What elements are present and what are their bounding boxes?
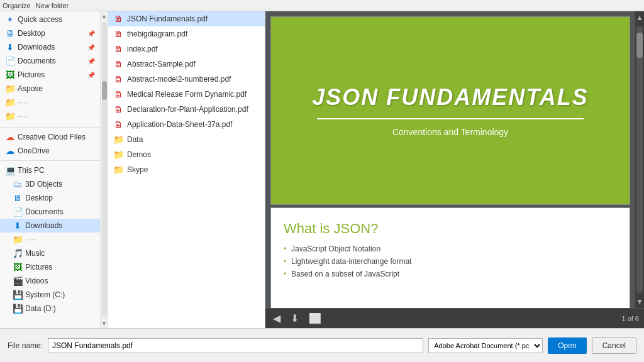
bottom-bar: File name: Adobe Acrobat Document (*.pc …	[0, 328, 644, 362]
downloads-icon: ⬇	[5, 42, 15, 52]
filename-input[interactable]	[48, 338, 423, 353]
file-item[interactable]: 🗎 Abstract-model2-numbered.pdf	[108, 72, 265, 87]
preview-content: JSON FUNDAMENTALS Conventions and Termin…	[265, 11, 644, 308]
file-item[interactable]: 🗎 Abstract-Sample.pdf	[108, 57, 265, 72]
folder-icon: 📁	[5, 111, 15, 121]
onedrive-icon: ☁	[5, 146, 15, 156]
folder-name: Skype	[127, 165, 148, 174]
sidebar-item-documents-quick[interactable]: 📄 Documents 📌	[0, 54, 100, 68]
scroll-thumb	[102, 81, 107, 100]
slide-2-background: What is JSON? JavaScript Object Notation…	[271, 208, 630, 308]
sidebar-item-data-drive[interactable]: 💾 Data (D:)	[0, 302, 100, 315]
slide-container: JSON FUNDAMENTALS Conventions and Termin…	[265, 11, 635, 308]
scroll-track	[636, 26, 643, 293]
sidebar-item-desktop-pc[interactable]: 🖥 Desktop	[0, 191, 100, 205]
separator2	[0, 160, 100, 161]
sidebar-item-downloads-quick[interactable]: ⬇ Downloads 📌	[0, 40, 100, 54]
file-name: Declaration-for-Plant-Application.pdf	[127, 105, 248, 114]
list-item: JavaScript Object Notation	[284, 244, 617, 253]
sidebar: ✦ Quick access 🖥 Desktop 📌 ⬇ Downloads 📌…	[0, 11, 101, 328]
sidebar-scrollbar[interactable]: ▲ ▼	[101, 11, 108, 328]
sidebar-item-pictures-quick[interactable]: 🖼 Pictures 📌	[0, 68, 100, 82]
new-folder-button[interactable]: New folder	[36, 2, 69, 9]
pin-icon: 📌	[87, 58, 95, 65]
file-item[interactable]: 🗎 thebigdiagram.pdf	[108, 26, 265, 41]
sidebar-item-aspose-quick[interactable]: 📁 Aspose	[0, 82, 100, 96]
main-area: ✦ Quick access 🖥 Desktop 📌 ⬇ Downloads 📌…	[0, 11, 644, 328]
pdf-icon: 🗎	[113, 44, 123, 54]
scroll-track	[102, 22, 107, 317]
filename-label: File name:	[8, 341, 43, 350]
preview-toolbar: ◀ ⬇ ⬜ 1 of 6	[265, 308, 644, 328]
downloads-folder-icon: ⬇	[13, 221, 23, 231]
sidebar-item-quick-access[interactable]: ✦ Quick access	[0, 13, 100, 26]
filetype-select[interactable]: Adobe Acrobat Document (*.pc	[428, 338, 543, 353]
sidebar-item-pictures-pc[interactable]: 🖼 Pictures	[0, 260, 100, 274]
open-button[interactable]: Open	[548, 337, 586, 354]
file-item[interactable]: 🗎 Declaration-for-Plant-Application.pdf	[108, 102, 265, 117]
separator	[0, 127, 100, 128]
sidebar-item-this-pc[interactable]: 💻 This PC	[0, 163, 100, 177]
folder-item[interactable]: 📁 Data	[108, 132, 265, 147]
sidebar-item-documents-pc[interactable]: 📄 Documents	[0, 205, 100, 219]
file-item[interactable]: 🗎 JSON Fundamenals.pdf	[108, 11, 265, 26]
sidebar-item-music[interactable]: 🎵 Music	[0, 246, 100, 260]
pin-icon: 📌	[87, 44, 95, 51]
file-name: Abstract-model2-numbered.pdf	[127, 75, 231, 84]
scroll-up-arrow[interactable]: ▲	[634, 11, 644, 24]
file-item[interactable]: 🗎 Application-Data-Sheet-37a.pdf	[108, 117, 265, 132]
sidebar-item-misc2[interactable]: 📁 ·····	[0, 109, 100, 123]
sidebar-item-desktop-quick[interactable]: 🖥 Desktop 📌	[0, 26, 100, 40]
sidebar-item-videos[interactable]: 🎬 Videos	[0, 274, 100, 288]
sidebar-item-misc-pc[interactable]: 📁 ·····	[0, 233, 100, 246]
slide-2: What is JSON? JavaScript Object Notation…	[270, 207, 630, 308]
file-name: Application-Data-Sheet-37a.pdf	[127, 120, 232, 129]
list-item: Lightweight data-interchange format	[284, 257, 617, 266]
pdf-icon: 🗎	[113, 59, 123, 69]
star-icon: ✦	[5, 14, 15, 25]
cancel-button[interactable]: Cancel	[592, 337, 636, 354]
pdf-icon: 🗎	[113, 89, 123, 99]
sidebar-item-downloads-pc[interactable]: ⬇ Downloads	[0, 219, 100, 233]
folder-item[interactable]: 📁 Demos	[108, 147, 265, 162]
desktop-folder-icon: 🖥	[13, 193, 23, 203]
sidebar-item-system-drive[interactable]: 💾 System (C:)	[0, 288, 100, 302]
computer-icon: 💻	[5, 165, 15, 175]
desktop-icon: 🖥	[5, 28, 15, 38]
organize-button[interactable]: Organize	[3, 2, 31, 9]
toolbar: Organize New folder	[0, 0, 644, 11]
file-list: 🗎 JSON Fundamenals.pdf 🗎 thebigdiagram.p…	[108, 11, 265, 328]
scroll-down-arrow[interactable]: ▼	[634, 295, 644, 308]
folder-icon: 📁	[113, 134, 123, 145]
videos-icon: 🎬	[13, 276, 23, 286]
prev-page-button[interactable]: ◀	[270, 311, 283, 326]
slide-1-underline	[317, 118, 584, 119]
sidebar-item-onedrive[interactable]: ☁ OneDrive	[0, 144, 100, 158]
scroll-up-arrow[interactable]: ▲	[101, 13, 108, 19]
quick-access-section: ✦ Quick access 🖥 Desktop 📌 ⬇ Downloads 📌…	[0, 11, 100, 124]
slide-1: JSON FUNDAMENTALS Conventions and Termin…	[270, 16, 630, 205]
folder-item[interactable]: 📁 Skype	[108, 162, 265, 177]
preview-scrollbar[interactable]: ▲ ▼	[635, 11, 644, 308]
next-page-button[interactable]: ⬇	[288, 311, 301, 326]
scroll-down-arrow[interactable]: ▼	[101, 320, 108, 327]
sidebar-item-creative-cloud[interactable]: ☁ Creative Cloud Files	[0, 130, 100, 144]
view-mode-button[interactable]: ⬜	[306, 311, 324, 326]
folder-icon: 📁	[5, 97, 15, 107]
documents-icon: 📄	[5, 56, 15, 66]
sidebar-item-3dobjects[interactable]: 🗂 3D Objects	[0, 177, 100, 191]
scroll-thumb	[636, 33, 643, 58]
file-item[interactable]: 🗎 index.pdf	[108, 41, 265, 57]
file-item[interactable]: 🗎 Medical Release Form Dynamic.pdf	[108, 87, 265, 102]
folder-icon: 📁	[113, 165, 123, 175]
3dobjects-icon: 🗂	[13, 179, 23, 189]
file-name: Medical Release Form Dynamic.pdf	[127, 90, 247, 99]
file-name: JSON Fundamenals.pdf	[127, 14, 208, 23]
sidebar-item-misc1[interactable]: 📁 ·····	[0, 96, 100, 109]
slide-1-title: JSON FUNDAMENTALS	[312, 84, 588, 111]
file-name: thebigdiagram.pdf	[127, 30, 187, 38]
slide-1-background: JSON FUNDAMENTALS Conventions and Termin…	[271, 17, 630, 204]
pictures-folder-icon: 🖼	[13, 262, 23, 272]
aspose-icon: 📁	[5, 84, 15, 94]
page-count: 1 of 6	[621, 315, 639, 322]
